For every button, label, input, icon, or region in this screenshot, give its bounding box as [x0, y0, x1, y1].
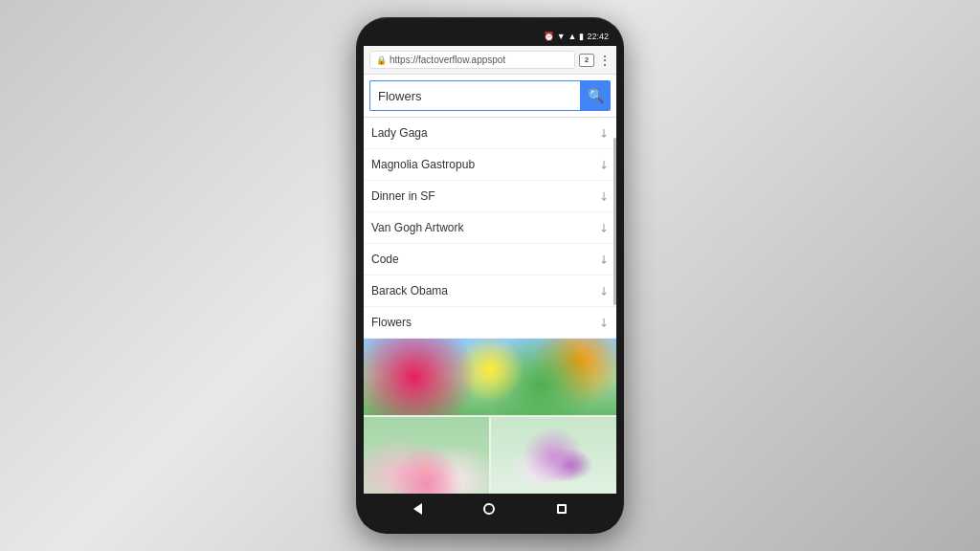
time-display: 22:42: [587, 32, 609, 41]
back-icon: [413, 503, 422, 515]
lock-icon: 🔒: [376, 55, 387, 65]
arrow-icon: ↗: [596, 283, 612, 299]
list-item[interactable]: Dinner in SF ↗: [364, 181, 616, 212]
list-item[interactable]: Van Gogh Artwork ↗: [364, 212, 616, 244]
battery-icon: ▮: [579, 32, 584, 41]
search-input[interactable]: [369, 80, 580, 111]
tabs-button[interactable]: 2: [579, 54, 594, 67]
wifi-icon: ▲: [568, 32, 577, 41]
arrow-icon: ↗: [596, 252, 612, 268]
status-icons: ⏰ ▼ ▲ ▮ 22:42: [544, 32, 609, 41]
flower-image-wide[interactable]: [364, 339, 616, 415]
content-area: 🔍 Lady Gaga ↗ Magnolia Gastropub ↗ Dinne…: [364, 75, 616, 494]
arrow-icon: ↗: [596, 315, 612, 331]
list-item[interactable]: Barack Obama ↗: [364, 276, 616, 307]
suggestion-text: Lady Gaga: [371, 126, 428, 140]
suggestion-text: Van Gogh Artwork: [371, 221, 464, 234]
scrollbar-track[interactable]: [613, 75, 616, 494]
nav-bar: [364, 494, 616, 524]
list-item[interactable]: Code ↗: [364, 244, 616, 276]
search-icon: 🔍: [588, 88, 604, 103]
phone-device: ⏰ ▼ ▲ ▮ 22:42 🔒 https://factoverflow.app…: [356, 17, 624, 534]
suggestion-text: Dinner in SF: [371, 189, 435, 203]
suggestion-text: Barack Obama: [371, 284, 448, 298]
arrow-icon: ↗: [596, 220, 612, 236]
phone-screen: 🔒 https://factoverflow.appspot 2 ⋮ 🔍 Lad…: [364, 46, 616, 494]
url-text: https://factoverflow.appspot: [390, 55, 568, 65]
flower-image-lotus[interactable]: [364, 417, 489, 494]
search-bar-container: 🔍: [364, 75, 616, 118]
list-item[interactable]: Magnolia Gastropub ↗: [364, 149, 616, 181]
arrow-icon: ↗: [596, 188, 612, 205]
arrow-icon: ↗: [596, 125, 612, 142]
browser-chrome: 🔒 https://factoverflow.appspot 2 ⋮: [364, 46, 616, 75]
scrollbar-thumb: [613, 138, 616, 305]
images-grid: [364, 339, 616, 494]
signal-icon: ▼: [557, 32, 566, 41]
recent-icon: [557, 504, 567, 514]
arrow-icon: ↗: [596, 157, 612, 173]
url-bar[interactable]: 🔒 https://factoverflow.appspot: [369, 51, 575, 69]
back-button[interactable]: [413, 503, 422, 515]
search-button[interactable]: 🔍: [580, 80, 611, 111]
browser-menu-button[interactable]: ⋮: [598, 54, 611, 67]
suggestion-text: Magnolia Gastropub: [371, 158, 475, 171]
alarm-icon: ⏰: [544, 32, 554, 41]
flower-image-orchid[interactable]: [491, 417, 616, 494]
suggestion-text: Code: [371, 253, 399, 266]
list-item[interactable]: Flowers ↗: [364, 307, 616, 339]
suggestion-text: Flowers: [371, 316, 412, 329]
list-item[interactable]: Lady Gaga ↗: [364, 118, 616, 149]
home-button[interactable]: [483, 503, 495, 515]
suggestions-list: Lady Gaga ↗ Magnolia Gastropub ↗ Dinner …: [364, 118, 616, 339]
recent-button[interactable]: [557, 504, 567, 514]
home-icon: [483, 503, 495, 515]
status-bar: ⏰ ▼ ▲ ▮ 22:42: [364, 27, 616, 46]
